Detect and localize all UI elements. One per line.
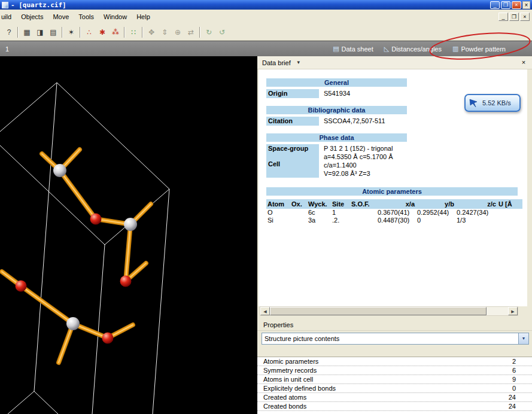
col-yb: y/b xyxy=(416,199,455,209)
citation-label: Citation xyxy=(266,117,319,126)
window-title: - [quartz.cif] xyxy=(11,1,66,9)
minimize-button-icon[interactable]: _ xyxy=(490,1,500,9)
prop-value: 2 xyxy=(512,357,516,366)
move-mode-icon[interactable]: ✥ xyxy=(145,26,158,38)
citation-row: Citation SSCOA4,72,507-511 xyxy=(266,117,527,126)
table-cell xyxy=(350,217,376,224)
origin-label: Origin xyxy=(266,89,319,98)
download-speed-value: 5.52 KB/s xyxy=(482,99,511,106)
toolbar-separator xyxy=(80,27,81,38)
menu-move[interactable]: Move xyxy=(48,12,74,22)
table-cell xyxy=(350,209,376,217)
menu-window[interactable]: Window xyxy=(99,12,132,22)
prop-value: 6 xyxy=(512,366,516,375)
phase-section-header: Phase data xyxy=(266,133,407,142)
bibliographic-section-header: Bibliographic data xyxy=(266,106,407,114)
list-item: Atomic parameters 2 xyxy=(257,357,532,366)
corner-close-icon[interactable]: × xyxy=(522,1,530,9)
menu-objects[interactable]: Objects xyxy=(16,12,48,22)
properties-list: Atomic parameters 2 Symmetry records 6 A… xyxy=(257,357,532,414)
build-icon[interactable]: ✶ xyxy=(65,26,78,38)
table-cell: 0.4487(30) xyxy=(376,217,416,224)
spacegroup-value: P 31 2 1 (152) - trigonal xyxy=(324,144,393,153)
col-u: U [Å xyxy=(497,199,522,209)
powder-pattern-label: Powder pattern xyxy=(461,45,506,53)
toolbar-separator xyxy=(17,27,19,38)
export-icon[interactable]: ◨ xyxy=(34,26,47,38)
general-section-header: General xyxy=(266,78,407,87)
powder-pattern-button[interactable]: ▥ Powder pattern xyxy=(452,45,506,53)
add-bonds-icon[interactable]: ✱ xyxy=(96,26,109,38)
table-cell: 0.3670(41) xyxy=(376,209,416,217)
chevron-down-icon[interactable]: ▾ xyxy=(294,59,303,67)
toolbar-separator xyxy=(62,27,63,38)
menu-build[interactable]: uild xyxy=(0,12,16,22)
distances-angles-button[interactable]: ◺ Distances/angles xyxy=(384,45,442,53)
download-arrow-icon xyxy=(469,98,479,108)
cell-line-3: V=92.08 Å³ Z=3 xyxy=(324,169,393,178)
add-atom-icon[interactable]: ∴ xyxy=(83,26,96,38)
main-toolbar: ? ▦ ◨ ▤ ✶ ∴ ✱ ⁂ ∷ ✥ ⇕ ⊕ ⇄ ↻ ↺ xyxy=(0,24,532,41)
menu-help[interactable]: Help xyxy=(132,12,155,22)
list-item: Created bonds 24 xyxy=(257,402,532,411)
band-label: 1 xyxy=(5,45,9,53)
context-help-icon[interactable]: ? xyxy=(2,26,16,38)
molecule-icon[interactable]: ∷ xyxy=(127,26,140,38)
rotate-cw-icon[interactable]: ↻ xyxy=(202,26,215,38)
fill-cell-icon[interactable]: ⁂ xyxy=(109,26,122,38)
atomic-parameters-header: Atomic parameters xyxy=(266,187,518,196)
table-cell xyxy=(290,209,307,217)
cell-line-2: c/a=1.1400 xyxy=(324,161,393,169)
close-button-icon[interactable]: × xyxy=(512,1,521,9)
data-brief-close-icon[interactable]: × xyxy=(519,58,528,67)
scroll-left-icon[interactable]: ◀ xyxy=(260,307,270,315)
structure-viewport[interactable] xyxy=(0,56,257,414)
col-xa: x/a xyxy=(376,199,416,209)
toolbar-separator xyxy=(199,27,200,38)
prop-label: Created bonds xyxy=(263,402,306,410)
mdi-minimize-icon[interactable]: _ xyxy=(498,13,508,21)
mdi-close-icon[interactable]: × xyxy=(520,13,530,21)
combo-dropdown-icon[interactable]: ▼ xyxy=(518,333,528,344)
bond-sticks xyxy=(2,150,151,363)
rotate-ccw-icon[interactable]: ↺ xyxy=(215,26,229,38)
cell-line-1: a=4.5350 Å c=5.1700 Å xyxy=(324,153,393,161)
prop-label: Atomic parameters xyxy=(263,357,318,366)
application-window: - [quartz.cif] _ ❐ × × uild Objects Move… xyxy=(0,0,532,414)
scrollbar-track[interactable] xyxy=(487,307,508,315)
picture-icon[interactable]: ▦ xyxy=(20,26,34,38)
table-cell: 1/3 xyxy=(455,217,497,224)
atomic-parameters-table: Atom Ox. Wyck. Site S.O.F. x/a y/b z/c U… xyxy=(266,199,522,224)
phase-data-block: Space-group Cell P 31 2 1 (152) - trigon… xyxy=(266,144,527,178)
structure-contents-select[interactable]: Structure picture contents ▼ xyxy=(262,333,529,345)
col-atom: Atom xyxy=(266,199,290,209)
table-cell xyxy=(290,217,307,224)
properties-title: Properties xyxy=(263,321,293,328)
zoom-mode-icon[interactable]: ⊕ xyxy=(171,26,184,38)
app-icon xyxy=(2,2,8,8)
list-item: Created atoms 24 xyxy=(257,393,532,402)
prop-label: Created atoms xyxy=(263,393,306,401)
data-sheet-button[interactable]: ▤ Data sheet xyxy=(333,45,373,53)
prop-label: Symmetry records xyxy=(263,366,317,375)
distances-angles-icon: ◺ xyxy=(384,45,389,53)
menu-tools[interactable]: Tools xyxy=(74,12,99,22)
table-icon[interactable]: ▤ xyxy=(47,26,60,38)
data-sheet-icon: ▤ xyxy=(333,45,339,53)
download-speed-badge[interactable]: 5.52 KB/s xyxy=(464,94,521,112)
maximize-button-icon[interactable]: ❐ xyxy=(501,1,510,9)
list-item: Explicitely defined bonds 0 xyxy=(257,384,532,393)
pan-mode-icon[interactable]: ⇄ xyxy=(184,26,197,38)
scroll-right-icon[interactable]: ▶ xyxy=(508,307,518,315)
col-sof: S.O.F. xyxy=(350,199,376,209)
spacegroup-label: Space-group xyxy=(266,144,319,153)
cell-label: Cell xyxy=(266,160,319,168)
table-cell: 1 xyxy=(331,209,350,217)
table-cell: .2. xyxy=(331,217,350,224)
scrollbar-thumb[interactable] xyxy=(270,307,487,315)
prop-value: 9 xyxy=(512,375,516,383)
mdi-restore-icon[interactable]: ❐ xyxy=(509,13,519,21)
shift-mode-icon[interactable]: ⇕ xyxy=(158,26,171,38)
table-cell: Si xyxy=(266,217,290,224)
horizontal-scrollbar[interactable]: ◀ ▶ xyxy=(260,306,518,316)
